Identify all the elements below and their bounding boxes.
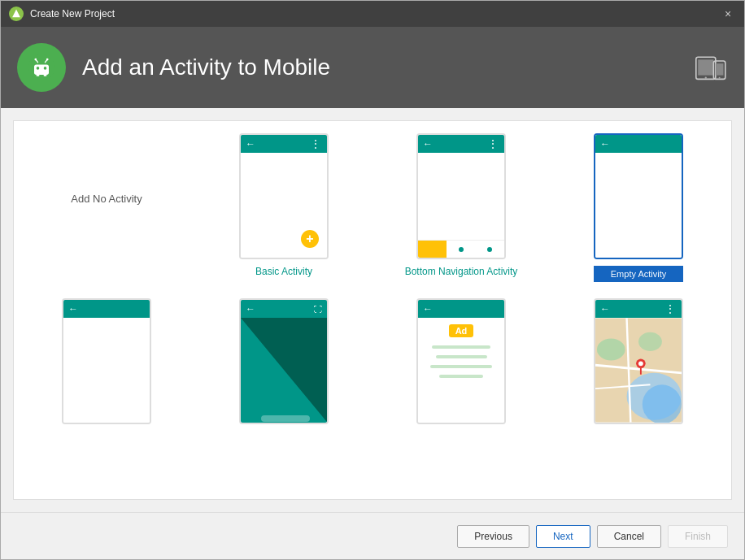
wizard-content: Add No Activity ← ⋮ + Basic Activity — [1, 108, 744, 512]
fullscreen-activity-item[interactable]: ← — [26, 298, 187, 424]
back-arrow-icon: ← — [600, 138, 610, 150]
map-svg — [595, 318, 682, 423]
back-arrow-icon: ← — [246, 303, 255, 315]
bottom-nav-frame: ← ⋮ — [416, 133, 506, 259]
maps-activity-item[interactable]: ← ⋮ — [558, 298, 719, 424]
svg-point-26 — [597, 338, 625, 360]
bottom-nav-bar — [418, 240, 504, 258]
no-activity-item[interactable]: Add No Activity — [26, 133, 187, 263]
back-arrow-icon: ← — [423, 138, 433, 150]
text-line-3 — [430, 365, 493, 368]
svg-rect-5 — [44, 72, 47, 76]
android-studio-logo — [17, 43, 66, 92]
empty-top-bar: ← — [595, 135, 682, 153]
nav-dot — [459, 247, 464, 252]
maps-frame: ← ⋮ — [594, 298, 683, 424]
text-line-4 — [439, 375, 483, 378]
svg-rect-11 — [698, 59, 713, 75]
app-icon — [9, 7, 24, 21]
empty-activity-label: Empty Activity — [611, 269, 666, 279]
cancel-button[interactable]: Cancel — [597, 525, 661, 548]
admob-body: Ad — [418, 318, 504, 423]
ad-badge: Ad — [449, 324, 474, 337]
fab-icon: + — [301, 230, 319, 248]
svg-point-22 — [643, 384, 682, 423]
fragment-top-bar: ← ⛶ — [241, 300, 327, 318]
back-arrow-icon: ← — [600, 303, 610, 315]
fullscreen-frame: ← — [62, 298, 151, 424]
finish-button: Finish — [668, 525, 728, 548]
nav-dot — [487, 247, 492, 252]
device-icon — [695, 51, 728, 84]
text-line-2 — [436, 355, 487, 358]
svg-point-15 — [719, 77, 721, 79]
basic-body: + — [241, 153, 327, 258]
previous-button[interactable]: Previous — [457, 525, 529, 548]
text-line-1 — [432, 345, 490, 349]
fullscreen-icon: ⛶ — [314, 305, 322, 314]
admob-activity-item[interactable]: ← Ad — [381, 298, 542, 424]
svg-point-3 — [44, 67, 47, 70]
maps-top-bar: ← ⋮ — [595, 300, 682, 318]
fragment-activity-item[interactable]: ← ⛶ — [203, 298, 364, 424]
svg-point-29 — [638, 361, 643, 366]
bottom-nav-item-1 — [418, 241, 447, 258]
basic-activity-frame: ← ⋮ + — [239, 133, 329, 259]
back-arrow-icon: ← — [423, 303, 433, 315]
svg-point-9 — [46, 59, 49, 61]
back-arrow-icon: ← — [68, 303, 78, 315]
next-button[interactable]: Next — [536, 525, 590, 548]
menu-dots-icon: ⋮ — [487, 137, 499, 150]
fullscreen-top-bar: ← — [63, 300, 150, 318]
empty-body — [595, 153, 682, 258]
bottom-nav-top-bar: ← ⋮ — [418, 135, 504, 153]
menu-dots-icon: ⋮ — [664, 302, 677, 315]
close-button[interactable]: × — [720, 6, 736, 22]
menu-dots-icon: ⋮ — [310, 137, 322, 150]
empty-activity-item[interactable]: ← Empty Activity — [558, 133, 719, 282]
map-frame — [595, 318, 682, 423]
diagonal-svg — [241, 318, 329, 424]
admob-top-bar: ← — [418, 300, 504, 318]
svg-point-12 — [705, 77, 707, 79]
svg-rect-14 — [716, 63, 724, 75]
bottom-nav-activity-item[interactable]: ← ⋮ — [381, 133, 542, 277]
svg-rect-4 — [37, 72, 40, 76]
bottom-nav-item-2 — [447, 241, 475, 258]
svg-rect-18 — [261, 415, 310, 422]
basic-top-bar: ← ⋮ — [241, 135, 327, 153]
title-bar: Create New Project × — [1, 1, 744, 27]
title-bar-text: Create New Project — [30, 8, 720, 20]
activity-grid: Add No Activity ← ⋮ + Basic Activity — [26, 133, 719, 424]
main-window: Create New Project × Add an Activity to … — [0, 0, 745, 560]
bottom-nav-body — [418, 153, 504, 258]
wizard-footer: Previous Next Cancel Finish — [1, 512, 744, 559]
fragment-frame: ← ⛶ — [239, 298, 329, 424]
empty-activity-frame: ← — [594, 133, 683, 259]
fullscreen-body — [63, 318, 150, 423]
basic-activity-label: Basic Activity — [255, 266, 312, 277]
no-activity-label: Add No Activity — [71, 193, 142, 205]
page-title: Add an Activity to Mobile — [82, 54, 695, 80]
back-arrow-icon: ← — [246, 138, 255, 150]
admob-frame: ← Ad — [416, 298, 506, 424]
activity-grid-container: Add No Activity ← ⋮ + Basic Activity — [13, 120, 732, 500]
svg-point-2 — [37, 67, 40, 70]
bottom-nav-label: Bottom Navigation Activity — [405, 266, 518, 277]
basic-activity-item[interactable]: ← ⋮ + Basic Activity — [203, 133, 364, 277]
svg-point-27 — [638, 332, 662, 351]
empty-activity-selected-bar: Empty Activity — [594, 266, 683, 282]
svg-point-8 — [34, 59, 37, 61]
wizard-header: Add an Activity to Mobile — [1, 27, 744, 108]
bottom-nav-item-3 — [476, 241, 504, 258]
